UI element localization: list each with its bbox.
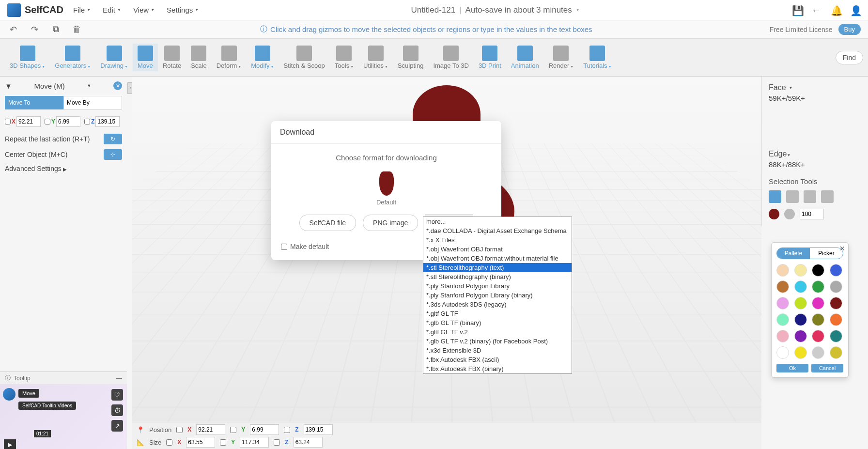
material-color-icon[interactable] [769, 209, 779, 219]
tool-generators[interactable]: Generators [50, 44, 95, 71]
format-option[interactable]: *.x3d Extensible 3D [423, 346, 572, 355]
y-checkbox[interactable] [45, 119, 50, 124]
sel-tool-wireframe-icon[interactable] [786, 190, 799, 203]
color-swatch[interactable] [812, 313, 824, 326]
format-option[interactable]: *.ply Stanford Polygon Library (binary) [423, 291, 572, 300]
pos-z-input[interactable] [304, 424, 333, 435]
tool-move[interactable]: Move [133, 44, 158, 71]
move-to-button[interactable]: Move To [5, 96, 63, 109]
tool-sculpting[interactable]: Sculpting [393, 44, 428, 71]
panel-header[interactable]: Move (M) ▼ ✕ [5, 81, 122, 90]
video-share-icon[interactable]: ↗ [111, 420, 123, 432]
z-input[interactable] [95, 116, 120, 127]
format-option[interactable]: more... [423, 217, 572, 226]
menu-edit[interactable]: Edit [103, 6, 121, 14]
format-option[interactable]: *.glb GL TF (binary) [423, 318, 572, 327]
y-input[interactable] [56, 116, 80, 127]
color-swatch[interactable] [794, 297, 807, 310]
tool-modify[interactable]: Modify [246, 44, 279, 71]
x-checkbox[interactable] [5, 119, 11, 124]
color-swatch[interactable] [830, 264, 842, 277]
pos-y-check[interactable] [230, 427, 236, 433]
color-swatch[interactable] [830, 313, 842, 326]
edge-label[interactable]: Edge [769, 150, 861, 158]
format-option[interactable]: *.obj Wavefront OBJ format [423, 245, 572, 254]
tool-rotate[interactable]: Rotate [158, 44, 186, 71]
tool-3d-shapes[interactable]: 3D Shapes [5, 44, 50, 71]
size-y-input[interactable] [240, 437, 269, 448]
format-option[interactable]: *.glb GL TF v.2 (binary) (for Facebook P… [423, 337, 572, 346]
menu-view[interactable]: View [133, 6, 155, 14]
make-default-checkbox[interactable]: Make default [281, 243, 329, 250]
color-swatch[interactable] [776, 297, 789, 310]
format-option[interactable]: *.x X Files [423, 235, 572, 245]
format-dropdown[interactable]: more...*.dae COLLADA - Digital Asset Exc… [423, 217, 572, 374]
color-swatch[interactable] [794, 346, 807, 359]
tool-scale[interactable]: Scale [186, 44, 212, 71]
z-checkbox[interactable] [84, 119, 90, 124]
palette-tab-picker[interactable]: Picker [810, 248, 843, 259]
format-option[interactable]: *.ply Stanford Polygon Library [423, 281, 572, 291]
color-swatch[interactable] [794, 280, 807, 293]
tool-tutorials[interactable]: Tutorials [578, 44, 616, 71]
video-play-button[interactable]: ▶ [4, 439, 16, 449]
advanced-settings-toggle[interactable]: Advanced Settings [5, 165, 122, 172]
color-swatch[interactable] [776, 264, 789, 277]
format-option[interactable]: *.fbx Autodesk FBX (ascii) [423, 355, 572, 364]
opacity-input[interactable] [800, 209, 824, 219]
document-title[interactable]: Untitled-121 | Auto-save in about 3 minu… [199, 5, 792, 15]
video-clock-icon[interactable]: ⏱ [111, 404, 123, 416]
color-swatch[interactable] [776, 280, 789, 293]
tool-animation[interactable]: Animation [506, 44, 544, 71]
size-z-check[interactable] [274, 439, 280, 446]
save-icon[interactable]: 💾 [792, 5, 803, 15]
copy-button[interactable]: ⧉ [50, 24, 62, 35]
sel-tool-grid-icon[interactable] [804, 190, 816, 203]
tool-image-to-3d[interactable]: Image To 3D [428, 44, 473, 71]
pos-z-check[interactable] [284, 427, 290, 433]
format-option[interactable]: *.stl Stereolithography (binary) [423, 272, 572, 281]
palette-cancel-button[interactable]: Cancel [811, 364, 843, 372]
format-option[interactable]: *.obj Wavefront OBJ format without mater… [423, 254, 572, 263]
tool-utilities[interactable]: Utilities [358, 44, 393, 71]
user-icon[interactable]: 👤 [850, 5, 861, 15]
palette-ok-button[interactable]: Ok [776, 364, 808, 372]
find-button[interactable]: Find [836, 51, 863, 64]
tool-drawing[interactable]: Drawing [95, 44, 133, 71]
color-swatch[interactable] [812, 280, 824, 293]
face-label[interactable]: Face [769, 83, 861, 92]
size-z-input[interactable] [294, 437, 323, 448]
color-swatch[interactable] [812, 330, 824, 342]
sel-tool-object-icon[interactable] [769, 190, 781, 203]
color-swatch[interactable] [776, 330, 789, 342]
pos-y-input[interactable] [250, 424, 279, 435]
share-icon[interactable]: ← [811, 5, 822, 15]
palette-tab-pallete[interactable]: Pallete [777, 248, 810, 259]
x-input[interactable] [16, 116, 41, 127]
selfcad-file-button[interactable]: SelfCAD file [299, 215, 356, 231]
color-swatch[interactable] [830, 297, 842, 310]
tool-render[interactable]: Render [544, 44, 579, 71]
color-swatch[interactable] [794, 313, 807, 326]
color-swatch[interactable] [794, 330, 807, 342]
format-option[interactable]: *.fbx Autodesk FBX (binary) [423, 364, 572, 373]
color-swatch[interactable] [776, 313, 789, 326]
palette-close-icon[interactable]: ✕ [839, 245, 845, 252]
video-content[interactable]: Move SelfCAD Tooltip Videos ♡ ⏱ ↗ 01:21 … [0, 384, 127, 449]
color-swatch[interactable] [830, 280, 842, 293]
color-swatch[interactable] [812, 346, 824, 359]
material-texture-icon[interactable] [784, 209, 795, 219]
png-image-button[interactable]: PNG image [363, 215, 418, 231]
pos-x-input[interactable] [196, 424, 225, 435]
format-option[interactable]: *.gltf GL TF [423, 309, 572, 318]
size-x-input[interactable] [186, 437, 215, 448]
format-option[interactable]: *.dae COLLADA - Digital Asset Exchange S… [423, 226, 572, 235]
size-y-check[interactable] [220, 439, 226, 446]
pos-x-check[interactable] [176, 427, 183, 433]
center-button[interactable]: ⊹ [104, 149, 122, 160]
video-heart-icon[interactable]: ♡ [111, 389, 123, 401]
redo-button[interactable]: ↷ [29, 24, 40, 35]
format-option[interactable]: *.gltf GL TF v.2 [423, 327, 572, 337]
close-icon[interactable]: ✕ [113, 81, 122, 90]
repeat-button[interactable]: ↻ [104, 134, 122, 144]
